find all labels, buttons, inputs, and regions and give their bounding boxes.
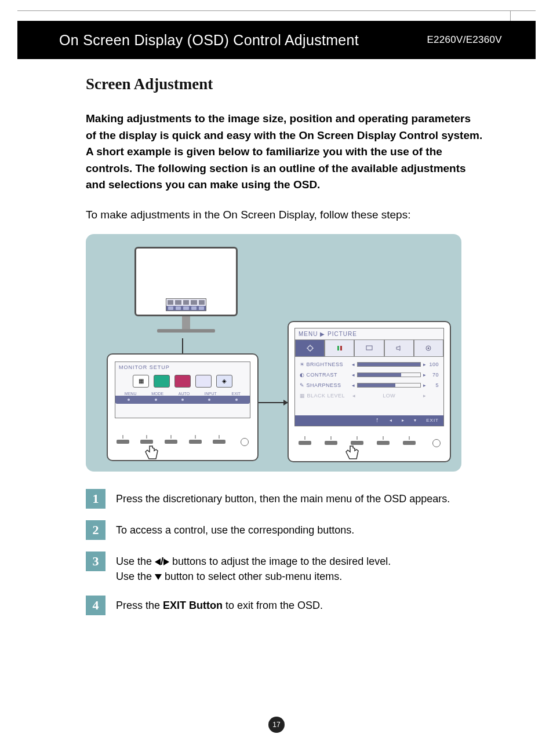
panel-b-title: MENU ▶ PICTURE (295, 328, 443, 339)
tab-color-icon (325, 339, 354, 357)
step-2: 2 To access a control, use the correspon… (86, 520, 483, 540)
tab-picture-icon (295, 339, 325, 357)
row-sharpness: ✎ SHARPNESS ◂▸ 5 (300, 382, 439, 388)
step-text: Press the discretionary button, then the… (116, 489, 450, 506)
label-contrast: CONTRAST (307, 372, 352, 378)
model-label: E2260V/E2360V (427, 34, 519, 46)
step-number: 3 (86, 552, 105, 571)
exit-icon: ◈ (216, 375, 232, 388)
triangle-down-icon (155, 574, 162, 580)
step-number: 4 (86, 596, 105, 615)
connector-arrow (259, 402, 288, 403)
step-number: 2 (86, 520, 105, 540)
input-icon (195, 375, 212, 388)
contrast-icon: ◐ (300, 372, 305, 378)
sharpness-icon: ✎ (300, 382, 305, 388)
nav-left-icon: ◂ (390, 418, 392, 423)
btn-label-auto: AUTO (179, 392, 190, 396)
label-brightness: BRIGHTNESS (307, 361, 352, 367)
svg-rect-3 (366, 346, 372, 350)
btn-label-mode: MODE (151, 392, 163, 396)
tab-display-icon (354, 339, 384, 357)
step-4: 4 Press the EXIT Button to exit from the… (86, 596, 483, 615)
power-icon (432, 439, 441, 447)
picture-menu-panel: MENU ▶ PICTURE ☀ BRIGHTNESS ◂▸ 100 (288, 321, 451, 462)
page-top-rule (17, 10, 536, 11)
btn-label-input: INPUT (205, 392, 217, 396)
step-1: 1 Press the discretionary button, then t… (86, 489, 483, 509)
step-text: Press the EXIT Button to exit from the O… (116, 596, 323, 613)
tab-others-icon (414, 339, 443, 357)
osd-diagram: MONITOR SETUP ▦ ◈ MENU MODE AUTO INPUT E… (86, 234, 461, 472)
value-sharpness: 5 (426, 382, 439, 388)
monitor-illustration (134, 247, 238, 339)
value-black-level: LOW (355, 393, 423, 399)
row-contrast: ◐ CONTRAST ◂▸ 70 (300, 372, 439, 378)
panel-a-title: MONITOR SETUP (115, 362, 250, 372)
mode-icon (154, 375, 170, 388)
triangle-right-icon (163, 558, 169, 565)
hardware-button-row-a (114, 433, 252, 451)
hand-press-icon (141, 443, 160, 463)
intro-paragraph: Making adjustments to the image size, po… (86, 111, 483, 193)
step-number: 1 (86, 489, 105, 509)
power-icon (241, 438, 249, 446)
value-brightness: 100 (426, 361, 439, 367)
blacklevel-icon: ▦ (300, 393, 305, 399)
sun-icon: ☀ (300, 361, 305, 367)
header-bar: On Screen Display (OSD) Control Adjustme… (17, 21, 536, 59)
step-3: 3 Use the / buttons to adjust the image … (86, 552, 483, 584)
tab-volume-icon (384, 339, 414, 357)
btn-label-menu: MENU (125, 392, 137, 396)
step-text: To access a control, use the correspondi… (116, 520, 354, 538)
step-text: Use the / buttons to adjust the image to… (116, 552, 391, 584)
label-black-level: BLACK LEVEL (307, 393, 352, 399)
svg-point-0 (308, 346, 312, 350)
hardware-button-row-b (294, 434, 444, 452)
header-title: On Screen Display (OSD) Control Adjustme… (59, 32, 359, 49)
row-brightness: ☀ BRIGHTNESS ◂▸ 100 (300, 361, 439, 367)
svg-point-5 (428, 347, 430, 349)
label-sharpness: SHARPNESS (307, 382, 352, 388)
triangle-left-icon (155, 558, 161, 565)
menu-icon: ▦ (133, 375, 149, 388)
nav-right-icon: ▸ (402, 418, 405, 423)
svg-rect-2 (340, 346, 342, 350)
main-content: Screen Adjustment Making adjustments to … (86, 75, 483, 627)
auto-icon (174, 375, 191, 388)
page-number: 17 (268, 717, 285, 733)
steps-list: 1 Press the discretionary button, then t… (86, 489, 483, 615)
mini-osd-icon (166, 298, 206, 311)
lead-sentence: To make adjustments in the On Screen Dis… (86, 209, 483, 221)
value-contrast: 70 (426, 372, 439, 378)
row-black-level: ▦ BLACK LEVEL ◂ LOW ▸ (300, 393, 439, 399)
page-top-tick (510, 10, 511, 22)
section-title: Screen Adjustment (86, 75, 483, 93)
monitor-setup-panel: MONITOR SETUP ▦ ◈ MENU MODE AUTO INPUT E… (107, 353, 259, 461)
btn-label-exit: EXIT (232, 392, 241, 396)
hand-press-icon (342, 443, 361, 463)
svg-rect-1 (337, 346, 339, 350)
footer-exit-label: EXIT (426, 418, 439, 423)
nav-up-icon: ⭡ (375, 418, 380, 423)
nav-down-icon: ▾ (414, 418, 417, 423)
panel-b-footer: ⭡ ◂ ▸ ▾ EXIT (295, 415, 443, 426)
